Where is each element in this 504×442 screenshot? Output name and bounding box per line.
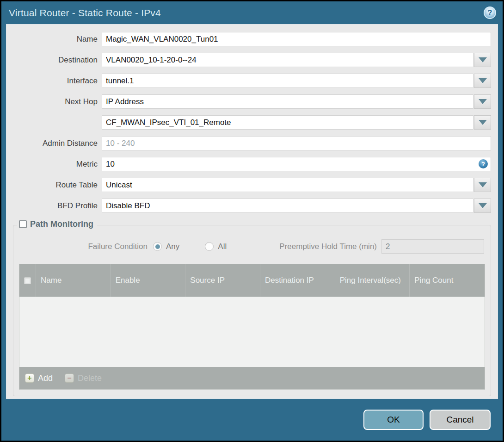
chevron-down-icon bbox=[479, 57, 487, 62]
destination-label: Destination bbox=[13, 56, 102, 65]
failure-condition-radio-all[interactable] bbox=[205, 242, 214, 251]
failure-condition-any-label: Any bbox=[166, 242, 179, 251]
path-monitoring-title: Path Monitoring bbox=[30, 219, 93, 229]
select-all-checkbox[interactable] bbox=[24, 277, 31, 284]
next-hop-address-input[interactable] bbox=[102, 115, 473, 130]
column-header-destination-ip[interactable]: Destination IP bbox=[260, 264, 335, 297]
destination-input[interactable] bbox=[102, 53, 473, 67]
chevron-down-icon bbox=[479, 78, 487, 83]
help-icon[interactable]: ? bbox=[484, 6, 496, 19]
route-table-input[interactable] bbox=[102, 178, 473, 192]
table-body-empty bbox=[19, 297, 485, 367]
form-row-route-table: Route Table bbox=[13, 178, 491, 192]
path-monitoring-section: Path Monitoring Failure Condition Any Al… bbox=[13, 225, 491, 396]
failure-condition-row: Failure Condition Any All Preemptive Hol… bbox=[19, 239, 485, 254]
chevron-down-icon bbox=[479, 120, 487, 125]
column-header-source-ip[interactable]: Source IP bbox=[185, 264, 260, 297]
next-hop-label: Next Hop bbox=[13, 97, 102, 106]
form-row-bfd-profile: BFD Profile bbox=[13, 199, 491, 213]
bfd-profile-input[interactable] bbox=[102, 199, 473, 213]
bfd-profile-dropdown-button[interactable] bbox=[474, 199, 491, 213]
interface-label: Interface bbox=[13, 76, 102, 86]
column-header-ping-interval[interactable]: Ping Interval(sec) bbox=[335, 264, 410, 297]
form-row-metric: Metric ? bbox=[13, 157, 491, 171]
column-header-enable[interactable]: Enable bbox=[111, 264, 186, 297]
chevron-down-icon bbox=[479, 203, 487, 208]
interface-dropdown-button[interactable] bbox=[474, 74, 491, 88]
ok-button[interactable]: OK bbox=[363, 410, 424, 430]
dialog-title: Virtual Router - Static Route - IPv4 bbox=[9, 7, 161, 19]
dialog-body: Name Destination Interface bbox=[6, 24, 498, 399]
failure-condition-all-label: All bbox=[218, 242, 227, 251]
name-label: Name bbox=[13, 35, 102, 44]
path-monitoring-checkbox[interactable] bbox=[19, 220, 27, 228]
admin-distance-input[interactable] bbox=[102, 136, 491, 150]
chevron-down-icon bbox=[479, 182, 487, 187]
column-header-name[interactable]: Name bbox=[36, 264, 111, 297]
chevron-down-icon bbox=[479, 99, 487, 104]
interface-input[interactable] bbox=[102, 74, 473, 88]
metric-label: Metric bbox=[13, 160, 102, 169]
preemptive-hold-time-input[interactable] bbox=[381, 239, 484, 254]
admin-distance-label: Admin Distance bbox=[13, 139, 102, 148]
form-row-interface: Interface bbox=[13, 74, 491, 88]
path-monitoring-legend: Path Monitoring bbox=[17, 219, 97, 229]
column-header-ping-count[interactable]: Ping Count bbox=[410, 264, 485, 297]
delete-row-button[interactable]: − Delete bbox=[65, 374, 102, 383]
add-button-label: Add bbox=[38, 374, 53, 383]
name-input[interactable] bbox=[102, 32, 491, 46]
next-hop-type-dropdown-button[interactable] bbox=[474, 94, 491, 109]
preemptive-hold-time-label: Preemptive Hold Time (min) bbox=[279, 242, 381, 251]
bfd-profile-label: BFD Profile bbox=[13, 201, 102, 211]
form-row-destination: Destination bbox=[13, 53, 491, 67]
form-row-next-hop: Next Hop bbox=[13, 94, 491, 109]
static-route-dialog: Virtual Router - Static Route - IPv4 ? N… bbox=[1, 1, 503, 441]
route-table-label: Route Table bbox=[13, 181, 102, 190]
form-row-admin-distance: Admin Distance bbox=[13, 136, 491, 150]
next-hop-type-input[interactable] bbox=[102, 94, 473, 109]
table-header-checkbox-cell bbox=[19, 264, 36, 297]
minus-icon: − bbox=[65, 374, 74, 383]
failure-condition-radio-any[interactable] bbox=[153, 242, 162, 251]
dialog-titlebar: Virtual Router - Static Route - IPv4 ? bbox=[1, 1, 503, 24]
delete-button-label: Delete bbox=[78, 374, 102, 383]
form-row-next-hop-address bbox=[13, 115, 491, 130]
path-monitoring-table: Name Enable Source IP Destination IP Pin… bbox=[19, 264, 485, 390]
radio-dot bbox=[155, 244, 160, 249]
dialog-footer: OK Cancel bbox=[1, 399, 503, 441]
metric-help-icon[interactable]: ? bbox=[479, 159, 488, 168]
add-row-button[interactable]: + Add bbox=[25, 374, 53, 383]
failure-condition-label: Failure Condition bbox=[19, 242, 153, 251]
form-row-name: Name bbox=[13, 32, 491, 46]
metric-input[interactable] bbox=[102, 157, 491, 171]
next-hop-address-dropdown-button[interactable] bbox=[474, 115, 491, 130]
destination-dropdown-button[interactable] bbox=[474, 53, 491, 67]
route-table-dropdown-button[interactable] bbox=[474, 178, 491, 192]
screenshot-frame: Virtual Router - Static Route - IPv4 ? N… bbox=[0, 0, 504, 442]
plus-icon: + bbox=[25, 374, 34, 383]
table-footer-toolbar: + Add − Delete bbox=[19, 367, 485, 389]
table-header-row: Name Enable Source IP Destination IP Pin… bbox=[19, 264, 485, 297]
cancel-button[interactable]: Cancel bbox=[430, 410, 491, 430]
